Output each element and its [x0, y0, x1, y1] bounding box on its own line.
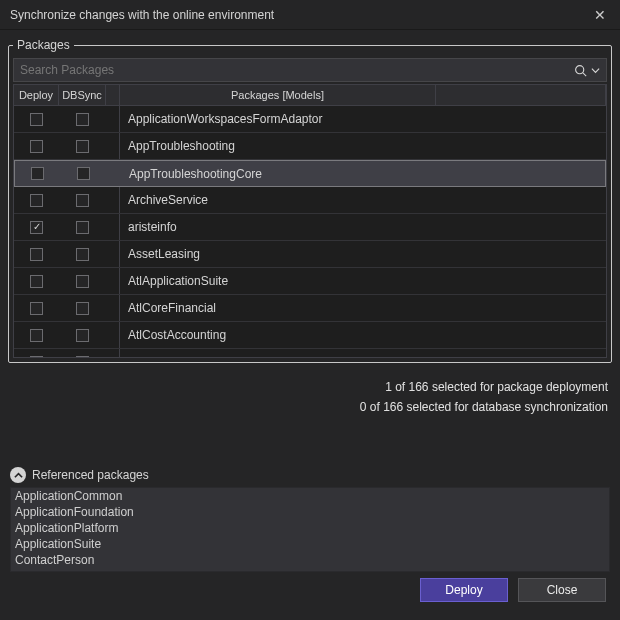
dbsync-checkbox[interactable] [76, 221, 89, 234]
table-row[interactable]: ApplicationWorkspacesFormAdaptor [14, 106, 606, 133]
referenced-packages-label: Referenced packages [32, 468, 149, 482]
table-row[interactable]: aristeinfo [14, 214, 606, 241]
dbsync-checkbox[interactable] [76, 140, 89, 153]
package-name: AtlApplicationSuite [120, 268, 606, 294]
packages-fieldset: Packages Deploy DBSync Packages [Models]… [8, 38, 612, 363]
package-name: ApplicationWorkspacesFormAdaptor [120, 106, 606, 132]
deploy-checkbox[interactable] [31, 167, 44, 180]
header-deploy[interactable]: Deploy [14, 85, 59, 105]
header-spacer [106, 85, 120, 105]
deploy-checkbox[interactable] [30, 356, 43, 359]
table-row[interactable]: ArchiveService [14, 187, 606, 214]
list-item[interactable]: ContactPerson [11, 552, 609, 568]
search-box[interactable] [13, 58, 607, 82]
referenced-packages-list[interactable]: ApplicationCommonApplicationFoundationAp… [10, 487, 610, 572]
header-dbsync[interactable]: DBSync [59, 85, 106, 105]
package-name: AtlCostAccounting [120, 322, 606, 348]
dbsync-checkbox[interactable] [76, 356, 89, 359]
close-button[interactable]: Close [518, 578, 606, 602]
list-item[interactable]: ApplicationFoundation [11, 504, 609, 520]
package-name: AtlCoreFinancial [120, 295, 606, 321]
deploy-checkbox[interactable] [30, 140, 43, 153]
package-name: AppTroubleshooting [120, 133, 606, 159]
deploy-checkbox[interactable] [30, 248, 43, 261]
packages-legend: Packages [13, 38, 74, 52]
deploy-button[interactable]: Deploy [420, 578, 508, 602]
table-row[interactable]: AtlCostAccounting [14, 322, 606, 349]
referenced-packages-header[interactable]: Referenced packages [10, 467, 610, 483]
dbsync-checkbox[interactable] [77, 167, 90, 180]
list-item[interactable]: ApplicationPlatform [11, 520, 609, 536]
table-row[interactable]: AppTroubleshooting [14, 133, 606, 160]
dbsync-checkbox[interactable] [76, 275, 89, 288]
status-lines: 1 of 166 selected for package deployment… [0, 371, 620, 417]
referenced-packages-section: Referenced packages ApplicationCommonApp… [10, 467, 610, 572]
search-input[interactable] [20, 63, 574, 77]
dbsync-checkbox[interactable] [76, 248, 89, 261]
table-row[interactable]: AppTroubleshootingCore [14, 160, 606, 187]
list-item[interactable]: ApplicationCommon [11, 488, 609, 504]
deploy-checkbox[interactable] [30, 302, 43, 315]
dbsync-checkbox[interactable] [76, 302, 89, 315]
titlebar: Synchronize changes with the online envi… [0, 0, 620, 30]
deploy-checkbox[interactable] [30, 113, 43, 126]
package-name: aristeinfo [120, 214, 606, 240]
status-deploy-line: 1 of 166 selected for package deployment [0, 377, 608, 397]
package-name: AtlFoundation [120, 349, 606, 358]
package-name: AssetLeasing [120, 241, 606, 267]
dbsync-checkbox[interactable] [76, 194, 89, 207]
deploy-checkbox[interactable] [30, 275, 43, 288]
button-bar: Deploy Close [420, 578, 606, 602]
deploy-checkbox[interactable] [30, 329, 43, 342]
table-row[interactable]: AssetLeasing [14, 241, 606, 268]
status-dbsync-line: 0 of 166 selected for database synchroni… [0, 397, 608, 417]
chevron-down-icon[interactable] [591, 66, 600, 75]
table-row[interactable]: AtlCoreFinancial [14, 295, 606, 322]
dbsync-checkbox[interactable] [76, 329, 89, 342]
deploy-checkbox[interactable] [30, 194, 43, 207]
search-icon[interactable] [574, 64, 587, 77]
table-row[interactable]: AtlApplicationSuite [14, 268, 606, 295]
table-row[interactable]: AtlFoundation [14, 349, 606, 358]
header-packages[interactable]: Packages [Models] [120, 85, 436, 105]
svg-line-1 [583, 72, 586, 75]
grid-body[interactable]: ApplicationWorkspacesFormAdaptorAppTroub… [13, 106, 607, 358]
package-name: ArchiveService [120, 187, 606, 213]
header-extra [436, 85, 606, 105]
deploy-checkbox[interactable] [30, 221, 43, 234]
list-item[interactable]: ApplicationSuite [11, 536, 609, 552]
close-icon[interactable]: ✕ [590, 7, 610, 23]
chevron-up-icon[interactable] [10, 467, 26, 483]
dbsync-checkbox[interactable] [76, 113, 89, 126]
package-name: AppTroubleshootingCore [121, 161, 605, 186]
grid-header: Deploy DBSync Packages [Models] [13, 84, 607, 106]
svg-point-0 [576, 65, 584, 73]
window-title: Synchronize changes with the online envi… [10, 8, 274, 22]
